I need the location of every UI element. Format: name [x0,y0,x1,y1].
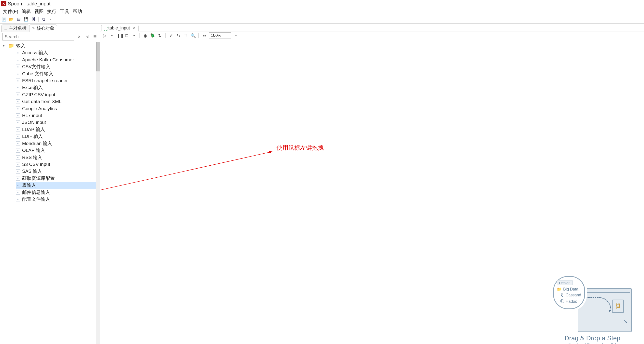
step-icon: ▫ [16,106,20,111]
new-file-icon[interactable]: 📄 [2,17,6,22]
preview-icon[interactable]: ◉ [143,33,148,38]
step-icon: ▫ [16,113,20,118]
replay-icon[interactable]: ↻ [158,33,162,38]
tree-leaf-label: 表输入 [22,182,36,189]
step-icon: ▫ [16,155,20,160]
tree-leaf[interactable]: ▫Cube 文件输入 [16,70,100,77]
explore-db-icon[interactable]: 🔍 [190,33,196,38]
tree-leaf[interactable]: ▫获取资源库配置 [16,175,100,182]
tree-leaf[interactable]: ▫Get data from XML [16,98,100,105]
expand-all-icon[interactable]: ⇲ [84,34,90,39]
run-icon[interactable]: ▷ [102,33,107,38]
caret-down-icon: ▾ [3,42,6,49]
step-icon: ▫ [16,148,20,153]
menu-run[interactable]: 执行 [46,8,58,15]
zoom-dropdown-icon[interactable]: ▾ [234,34,238,37]
tree-leaf[interactable]: ▫RSS 输入 [16,154,100,161]
tree-leaf-label: Apache Kafka Consumer [22,56,74,63]
menu-help[interactable]: 帮助 [71,8,84,15]
tree-leaf[interactable]: ▫S3 CSV input [16,161,100,168]
tree-leaf-label: ESRI shapefile reader [22,77,68,84]
tree-leaf-label: HL7 input [22,112,42,119]
pause-icon[interactable]: ❚❚ [117,33,122,38]
tree-leaf-label: Access 输入 [22,49,48,56]
tab-main-objects[interactable]: ☰ 主对象树 [2,24,29,32]
step-icon: ▫ [16,58,20,62]
menu-file[interactable]: 文件(F) [2,8,20,15]
tree-leaf[interactable]: ▫Excel输入 [16,84,100,91]
tree-leaf[interactable]: ▫CSV文件输入 [16,63,100,70]
open-file-icon[interactable]: 📂 [9,17,14,22]
tree-leaf-label: 邮件信息输入 [22,189,50,196]
sidebar-tabs: ☰ 主对象树 ✎ 核心对象 [0,23,100,32]
perspective-icon[interactable]: ⧉ [41,17,46,22]
step-icon: ▫ [16,141,20,146]
search-input[interactable] [2,33,74,40]
editor-tab-table-input[interactable]: ⛶ table_input ✕ [101,25,138,31]
clear-search-icon[interactable]: ✕ [76,34,82,39]
collapse-all-icon[interactable]: ☰ [92,34,98,39]
menu-tools[interactable]: 工具 [58,8,71,15]
save-as-icon[interactable]: 🗄 [31,17,36,22]
hint-arrow-icon: ↘ [623,318,628,325]
pencil-icon: ✎ [32,26,35,30]
tree-leaf[interactable]: ▫Apache Kafka Consumer [16,56,100,63]
hint-palette-graphic: Design 📁Big Data 🛢Cassandr ⒽHadoo [553,276,585,309]
run-dropdown-icon[interactable]: ▾ [110,34,114,37]
hint-subtitle: Also try shift + double-click [551,343,634,344]
tree-folder-input[interactable]: ▾ 📁 输入 [3,42,100,49]
tree-leaf[interactable]: ▫配置文件输入 [16,196,100,203]
tree-leaf[interactable]: ▫邮件信息输入 [16,189,100,196]
verify-icon[interactable]: ✔ [168,33,174,38]
tree-leaf-label: LDIF 输入 [22,133,43,140]
tree-leaf[interactable]: ▫LDAP 输入 [16,126,100,133]
tree-leaf[interactable]: ▫Mondrian 输入 [16,140,100,147]
step-icon: ▫ [16,86,20,90]
tab-core-objects[interactable]: ✎ 核心对象 [29,24,57,32]
show-results-icon[interactable]: ☷ [202,33,206,38]
tree-leaf[interactable]: ▫JSON input [16,119,100,126]
tree-leaf[interactable]: ▫GZIP CSV input [16,91,100,98]
tree-leaf[interactable]: ▫ESRI shapefile reader [16,77,100,84]
debug-icon[interactable]: 🪲 [150,33,155,38]
tree-leaf[interactable]: ▫LDIF 输入 [16,133,100,140]
scrollbar-thumb[interactable] [96,42,100,71]
tree-leaf-label: 获取资源库配置 [22,175,55,182]
sidebar-scrollbar[interactable] [96,42,100,344]
tree-leaf-label: OLAP 输入 [22,147,45,154]
step-icon: ▫ [16,92,20,97]
step-icon: ▫ [16,64,20,69]
editor-toolbar: ▷ ▾ ❚❚ □ ▾ ◉ 🪲 ↻ ✔ ⇆ ⌗ 🔍 ☷ ▾ [100,31,644,40]
explore-icon[interactable]: ▤ [16,17,21,22]
impact-icon[interactable]: ⇆ [176,33,181,38]
tree-leaf[interactable]: ▫SAS 输入 [16,168,100,175]
close-tab-icon[interactable]: ✕ [132,26,135,30]
tree-leaf[interactable]: ▫OLAP 输入 [16,147,100,154]
sql-icon[interactable]: ⌗ [183,33,188,38]
editor-tab-label: table_input [108,25,130,31]
transformation-canvas[interactable]: 使用鼠标左键拖拽 🛢 ↘ Design [100,41,644,344]
hint-item-0: Cassandr [566,293,581,297]
tree-leaf[interactable]: ▫Google Analytics [16,105,100,112]
save-icon[interactable]: 💾 [24,17,28,22]
stop-dropdown-icon[interactable]: ▾ [132,34,136,37]
step-icon: ▫ [16,78,20,83]
tree-leaf[interactable]: ▫Access 输入 [16,49,100,56]
tree-leaf-label: RSS 输入 [22,154,42,161]
tree-leaf[interactable]: ▫HL7 input [16,112,100,119]
zoom-select[interactable] [209,32,231,39]
menu-view[interactable]: 视图 [33,8,45,15]
toolbar-separator [140,33,140,38]
tree-leaf-label: Excel输入 [22,84,43,91]
tree-leaf-label: 配置文件输入 [22,196,50,203]
spoon-app-icon: ✕ [1,1,6,6]
step-icon: ▫ [16,99,20,104]
menu-edit[interactable]: 编辑 [20,8,32,15]
tab-main-objects-label: 主对象树 [9,25,26,31]
tree-leaf[interactable]: ▫表输入 [16,182,100,189]
step-icon: ▫ [16,190,20,195]
step-icon: ▫ [16,72,20,76]
dropdown-caret-icon[interactable]: ▾ [48,17,53,22]
tree-leaf-label: Mondrian 输入 [22,140,52,147]
stop-icon[interactable]: □ [124,33,129,38]
